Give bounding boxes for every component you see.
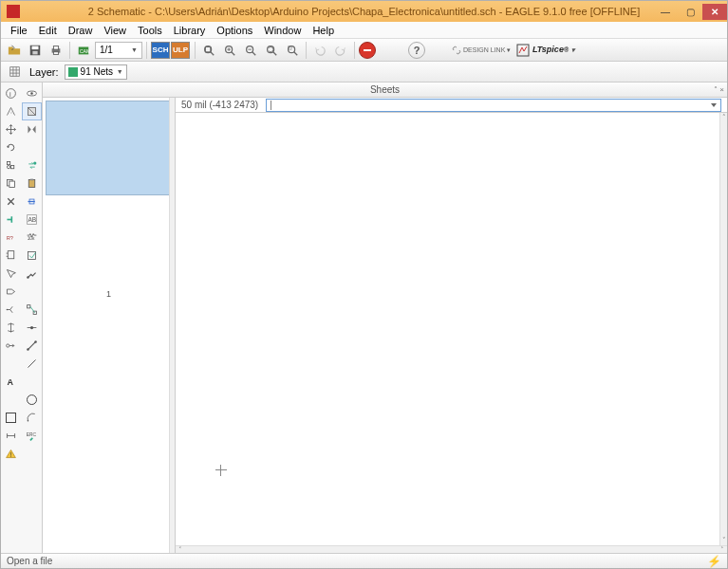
name-tool[interactable] <box>1 211 22 229</box>
svg-point-33 <box>8 166 10 169</box>
scroll-down-icon[interactable]: ˅ <box>720 536 727 545</box>
horizontal-scrollbar[interactable]: ˂ ˃ <box>176 545 727 553</box>
rect-tool[interactable] <box>1 409 22 427</box>
add-tool[interactable] <box>22 193 43 211</box>
scroll-up-icon[interactable]: ˄ <box>720 113 727 122</box>
blank5 <box>1 391 22 409</box>
panel-collapse-icon[interactable]: ˄ <box>714 85 718 94</box>
panel-close-icon[interactable]: × <box>719 85 724 94</box>
svg-rect-32 <box>11 166 14 169</box>
zoom-out-button[interactable] <box>241 41 260 60</box>
main-area: i AB R? 10k A <box>1 83 727 553</box>
menu-tools[interactable]: Tools <box>132 23 168 38</box>
erc-tool[interactable]: ERC <box>22 427 43 445</box>
label-tool[interactable] <box>1 337 22 355</box>
redo-button[interactable] <box>331 41 350 60</box>
copy-tool[interactable] <box>1 174 22 193</box>
layer-color-swatch <box>68 67 78 77</box>
close-button[interactable]: ✕ <box>702 4 727 20</box>
show-tool[interactable] <box>22 84 43 102</box>
zoom-in-button[interactable] <box>220 41 239 60</box>
errors-tool[interactable]: ! <box>1 445 22 463</box>
menu-edit[interactable]: Edit <box>33 23 63 38</box>
open-button[interactable] <box>5 41 24 60</box>
circle-tool[interactable] <box>22 391 43 409</box>
menu-options[interactable]: Options <box>211 23 258 38</box>
blank4 <box>22 373 43 391</box>
grid-button[interactable] <box>5 63 24 82</box>
layer-selector[interactable]: 91 Nets ▼ <box>65 64 127 80</box>
menu-help[interactable]: Help <box>307 23 340 38</box>
menu-window[interactable]: Window <box>258 23 307 38</box>
svg-rect-2 <box>32 50 37 54</box>
gateswap-tool[interactable] <box>1 247 22 265</box>
cam-button[interactable]: CAM <box>74 41 93 60</box>
dropdown-arrow-icon: ▼ <box>117 68 123 75</box>
zoom-redraw-button[interactable] <box>262 41 281 60</box>
rotate-tool[interactable] <box>1 138 22 156</box>
sheet-number: 1 <box>43 289 175 299</box>
wire-tool[interactable] <box>22 265 43 283</box>
paste-tool[interactable] <box>22 174 43 193</box>
menu-view[interactable]: View <box>98 23 132 38</box>
bus-tool[interactable] <box>1 319 22 337</box>
undo-button[interactable] <box>310 41 329 60</box>
miter-tool[interactable] <box>22 337 43 355</box>
schematic-canvas[interactable] <box>176 113 727 545</box>
text-tool[interactable]: A <box>1 373 22 391</box>
svg-point-66 <box>27 348 28 350</box>
command-input[interactable]: | <box>266 99 721 112</box>
save-button[interactable] <box>26 41 45 60</box>
change-tool[interactable] <box>22 156 43 174</box>
split-tool[interactable] <box>1 301 22 319</box>
zoom-select-button[interactable] <box>283 41 302 60</box>
display-tool[interactable] <box>1 102 22 120</box>
delete-tool[interactable] <box>1 193 22 211</box>
sheet-selector[interactable]: 1/1 ▼ <box>95 42 142 59</box>
separator <box>195 42 196 59</box>
mark-tool[interactable] <box>22 102 43 120</box>
sheet-thumbnail[interactable] <box>46 101 172 195</box>
maximize-button[interactable]: ▢ <box>678 4 702 20</box>
scroll-right-icon[interactable]: ˃ <box>718 546 727 553</box>
tag-tool[interactable] <box>1 283 22 301</box>
arc-tool[interactable] <box>22 409 43 427</box>
svg-rect-37 <box>28 179 35 187</box>
mirror-tool[interactable] <box>22 120 43 138</box>
stop-button[interactable] <box>359 42 376 59</box>
svg-text:CAM: CAM <box>80 47 90 53</box>
replace-tool[interactable] <box>22 247 43 265</box>
sheet-value: 1/1 <box>100 45 113 55</box>
schematic-mode-button[interactable]: SCH <box>151 42 170 59</box>
menu-library[interactable]: Library <box>168 23 212 38</box>
status-text: Open a file <box>7 556 52 566</box>
help-button[interactable]: ? <box>408 42 425 59</box>
print-button[interactable] <box>47 41 65 60</box>
separator <box>306 42 307 59</box>
smash-tool[interactable]: R? <box>1 229 22 247</box>
move-tool[interactable] <box>1 120 22 138</box>
dimension-tool[interactable] <box>1 427 22 445</box>
svg-text:!: ! <box>10 451 12 458</box>
vertical-scrollbar[interactable]: ˄ ˅ <box>719 113 727 545</box>
title-bar: 2 Schematic - C:\Users\Adrián\Desktop\Ar… <box>1 1 727 22</box>
group-tool[interactable] <box>1 156 22 174</box>
net-tool[interactable] <box>22 301 43 319</box>
board-mode-button[interactable]: ULP <box>171 42 190 59</box>
value-tool[interactable]: AB <box>22 211 43 229</box>
line-tool[interactable] <box>22 355 43 373</box>
sheets-scrollbar[interactable] <box>169 98 175 553</box>
menu-file[interactable]: File <box>5 23 33 38</box>
junction-tool[interactable] <box>22 319 43 337</box>
design-link-button[interactable]: DESIGN LINK ▾ <box>448 46 514 55</box>
minimize-button[interactable]: — <box>653 4 678 20</box>
svg-text:R?: R? <box>7 235 13 241</box>
menu-draw[interactable]: Draw <box>63 23 99 38</box>
info-tool[interactable]: i <box>1 84 22 102</box>
scroll-left-icon[interactable]: ˂ <box>176 546 185 553</box>
invoke-tool[interactable] <box>1 265 22 283</box>
panel-controls: ˄ × <box>714 85 724 94</box>
ltspice-button[interactable]: LTspice® ▾ <box>516 44 574 57</box>
pinswap-tool[interactable]: 10k <box>22 229 43 247</box>
zoom-fit-button[interactable] <box>199 41 218 60</box>
